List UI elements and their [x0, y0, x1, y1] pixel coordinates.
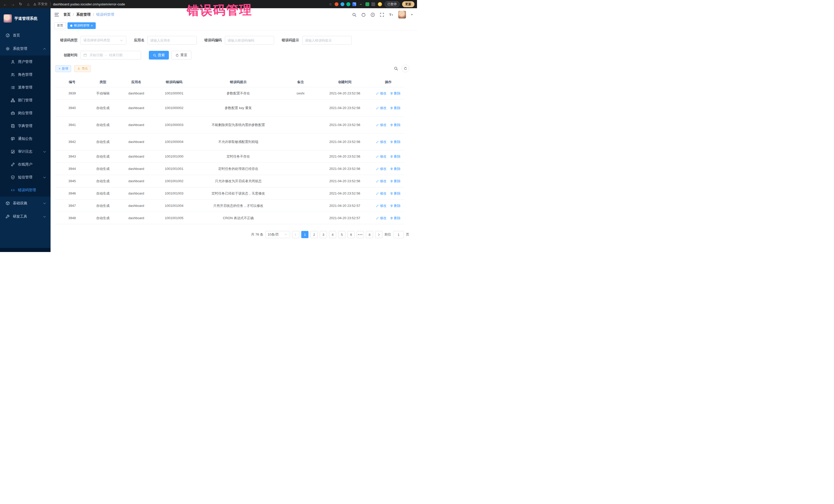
sidebar-item-notice[interactable]: 通知公告 [0, 132, 50, 145]
sidebar-item-online-users[interactable]: 在线用户 [0, 158, 50, 171]
page-button-1[interactable]: 1 [301, 231, 308, 238]
page-button-8[interactable]: 8 [366, 231, 373, 238]
page-button-6[interactable]: 6 [348, 231, 355, 238]
browser-reload-icon[interactable]: ↻ [18, 2, 23, 6]
delete-link[interactable]: 删除 [390, 139, 400, 144]
security-indicator[interactable]: ⚠ 不安全 [34, 2, 48, 6]
edit-link[interactable]: 修改 [376, 139, 387, 144]
help-icon[interactable] [371, 13, 375, 17]
edit-link[interactable]: 修改 [376, 191, 387, 196]
add-button[interactable]: 新增 [56, 65, 71, 72]
sidebar-item-label: 错误码管理 [18, 188, 36, 193]
app-logo[interactable]: 芋道管理系统 [0, 8, 50, 29]
delete-icon [390, 155, 393, 158]
browser-forward-icon[interactable]: → [10, 2, 15, 6]
app-name-input[interactable] [148, 36, 197, 45]
delete-link[interactable]: 删除 [390, 203, 400, 208]
delete-link[interactable]: 删除 [390, 106, 400, 110]
sidebar-item-home[interactable]: 首页 [0, 29, 50, 42]
browser-home-icon[interactable]: ⌂ [26, 2, 31, 6]
sidebar-item-error-code-management[interactable]: 错误码管理 [0, 184, 50, 197]
export-button-label: 导出 [82, 66, 88, 71]
user-avatar[interactable] [398, 11, 406, 19]
search-icon [153, 53, 156, 57]
edit-link[interactable]: 修改 [376, 167, 387, 171]
bookmark-star-icon[interactable]: ☆ [329, 2, 332, 6]
error-type-select[interactable]: 请选择错误码类型 [81, 36, 126, 45]
export-button[interactable]: 导出 [74, 65, 91, 72]
edit-link[interactable]: 修改 [376, 106, 387, 110]
page-button-4[interactable]: 4 [329, 231, 336, 238]
sidebar-item-dict-management[interactable]: 字典管理 [0, 119, 50, 132]
paused-badge[interactable]: 已暂停 [385, 1, 399, 7]
edit-link[interactable]: 修改 [376, 216, 387, 220]
address-bar[interactable]: dashboard.yudao.iocoder.cn/system/error-… [53, 2, 125, 6]
extension-grid-icon[interactable] [352, 2, 356, 6]
browser-back-icon[interactable]: ← [3, 2, 8, 6]
github-icon[interactable] [361, 13, 366, 17]
close-icon[interactable] [91, 24, 93, 27]
sidebar-item-menu-management[interactable]: 菜单管理 [0, 81, 50, 94]
cell-app: dashboard [117, 91, 155, 95]
page-button-2[interactable]: 2 [310, 231, 318, 238]
collapse-sidebar-icon[interactable] [54, 12, 59, 17]
search-icon[interactable] [352, 13, 356, 17]
sidebar-item-post-management[interactable]: 岗位管理 [0, 107, 50, 119]
sidebar-item-dept-management[interactable]: 部门管理 [0, 94, 50, 107]
delete-link[interactable]: 删除 [390, 216, 400, 220]
sidebar-item-system-management[interactable]: 系统管理 [0, 42, 50, 56]
delete-link[interactable]: 删除 [390, 91, 400, 96]
toggle-search-icon[interactable] [394, 66, 398, 70]
cell-id: 3939 [56, 91, 89, 95]
sidebar-item-infrastructure[interactable]: 基础设施 [0, 197, 50, 210]
extension-blue-icon[interactable] [341, 2, 344, 6]
search-button[interactable]: 搜索 [149, 51, 169, 60]
next-page-button[interactable] [375, 231, 382, 238]
edit-link[interactable]: 修改 [376, 154, 387, 159]
sidebar-item-audit-log[interactable]: 审计日志 [0, 145, 50, 158]
delete-link[interactable]: 删除 [390, 154, 400, 159]
page-button-3[interactable]: 3 [320, 231, 327, 238]
reset-button[interactable]: 重置 [171, 51, 192, 60]
table-row: 3947 自动生成 dashboard 1001001004 只有开启状态的任务… [56, 200, 404, 212]
caret-down-icon[interactable] [411, 14, 413, 15]
sidebar-item-sms-management[interactable]: 短信管理 [0, 171, 50, 184]
more-pages-button[interactable]: ●●● [357, 231, 364, 238]
table-row: 3943 自动生成 dashboard 1001001000 定时任务不存在 2… [56, 150, 404, 163]
breadcrumb-system[interactable]: 系统管理 [76, 12, 91, 17]
sidebar-item-role-management[interactable]: 角色管理 [0, 68, 50, 81]
tab-error-code-management[interactable]: 错误码管理 [67, 22, 96, 29]
edit-link[interactable]: 修改 [376, 179, 387, 183]
edit-link[interactable]: 修改 [376, 91, 387, 96]
error-code-input[interactable] [225, 36, 274, 45]
extension-puzzle-icon[interactable] [371, 2, 375, 6]
cell-type: 自动生成 [89, 123, 117, 127]
error-message-input[interactable] [302, 36, 352, 45]
cell-id: 3940 [56, 106, 89, 110]
extension-on-badge[interactable]: on [358, 2, 364, 6]
fullscreen-icon[interactable] [380, 13, 384, 17]
sidebar-item-dev-tools[interactable]: 研发工具 [0, 210, 50, 223]
date-range-picker[interactable]: 开始日期 - 结束日期 [81, 51, 141, 60]
page-button-5[interactable]: 5 [338, 231, 345, 238]
sidebar-item-user-management[interactable]: 用户管理 [0, 56, 50, 68]
breadcrumb-home[interactable]: 首页 [63, 12, 70, 17]
tab-home[interactable]: 首页 [54, 22, 66, 29]
font-size-icon[interactable] [389, 13, 393, 17]
extension-red-icon[interactable] [335, 2, 338, 6]
page-size-select[interactable]: 10条/页 [265, 231, 290, 238]
refresh-table-button[interactable] [402, 65, 409, 72]
extension-green-square-icon[interactable] [366, 2, 369, 6]
delete-link[interactable]: 删除 [390, 191, 400, 196]
edit-link[interactable]: 修改 [376, 203, 387, 208]
delete-link[interactable]: 删除 [390, 179, 400, 183]
delete-link[interactable]: 删除 [390, 167, 400, 171]
edit-link[interactable]: 修改 [376, 123, 387, 127]
delete-link[interactable]: 删除 [390, 123, 400, 127]
extension-green-circle-icon[interactable] [347, 2, 350, 6]
update-button[interactable]: 更新 [402, 1, 414, 7]
profile-avatar[interactable] [378, 2, 382, 6]
prev-page-button[interactable] [292, 231, 299, 238]
cell-type: 自动生成 [89, 203, 117, 208]
goto-page-input[interactable] [393, 231, 404, 238]
